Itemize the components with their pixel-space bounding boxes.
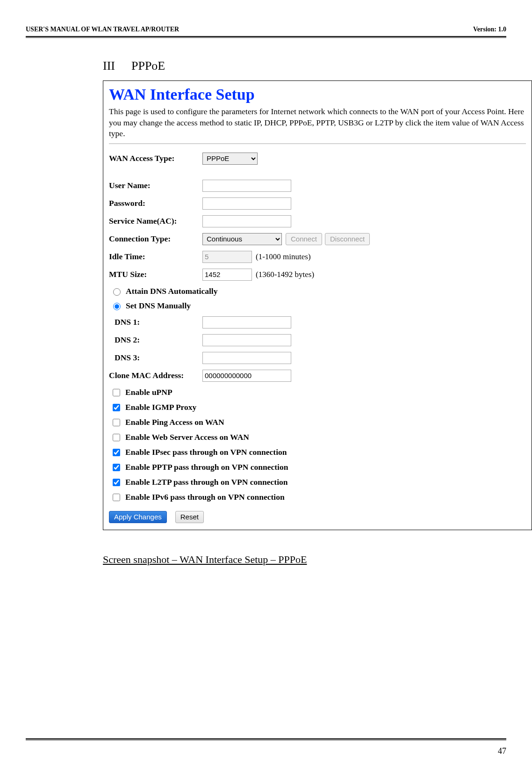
username-input[interactable] — [202, 180, 291, 192]
reset-button[interactable]: Reset — [175, 511, 204, 523]
section-numeral: III — [103, 59, 115, 73]
ping-wan-checkbox[interactable] — [113, 419, 120, 426]
connection-type-select[interactable]: Continuous — [202, 233, 282, 245]
ping-wan-label: Enable Ping Access on WAN — [125, 417, 224, 427]
connection-type-label: Connection Type: — [109, 234, 202, 244]
mtu-label: MTU Size: — [109, 270, 202, 279]
dns3-input[interactable] — [202, 352, 291, 364]
l2tp-checkbox[interactable] — [113, 479, 120, 486]
mtu-input[interactable] — [202, 269, 252, 281]
clone-mac-label: Clone MAC Address: — [109, 371, 202, 380]
dns1-input[interactable] — [202, 316, 291, 328]
ipv6-checkbox[interactable] — [113, 494, 120, 501]
connect-button[interactable]: Connect — [286, 233, 322, 245]
upnp-label: Enable uPNP — [125, 387, 173, 397]
l2tp-label: Enable L2TP pass through on VPN connecti… — [125, 477, 288, 487]
separator — [109, 143, 526, 144]
section-title: PPPoE — [131, 59, 165, 73]
ipv6-label: Enable IPv6 pass through on VPN connecti… — [125, 492, 285, 502]
page-number: 47 — [498, 746, 506, 756]
webserver-wan-label: Enable Web Server Access on WAN — [125, 432, 249, 442]
ipsec-label: Enable IPsec pass through on VPN connect… — [125, 447, 287, 457]
igmp-checkbox[interactable] — [113, 404, 120, 411]
webserver-wan-checkbox[interactable] — [113, 434, 120, 441]
wan-access-select[interactable]: PPPoE — [202, 153, 258, 165]
dns3-label: DNS 3: — [109, 353, 202, 363]
dns1-label: DNS 1: — [109, 317, 202, 327]
disconnect-button[interactable]: Disconnect — [325, 233, 370, 245]
service-name-input[interactable] — [202, 215, 291, 227]
dns-manual-label: Set DNS Manually — [126, 301, 191, 311]
password-input[interactable] — [202, 197, 291, 210]
idle-time-hint: (1-1000 minutes) — [256, 252, 311, 262]
username-label: User Name: — [109, 181, 202, 190]
dns2-input[interactable] — [202, 334, 291, 346]
idle-time-label: Idle Time: — [109, 252, 202, 262]
idle-time-input[interactable] — [202, 251, 252, 263]
wan-access-label: WAN Access Type: — [109, 153, 202, 163]
mtu-hint: (1360-1492 bytes) — [256, 270, 314, 279]
panel-title: WAN Interface Setup — [109, 86, 526, 103]
pptp-label: Enable PPTP pass through on VPN connecti… — [125, 462, 288, 472]
wan-setup-panel: WAN Interface Setup This page is used to… — [103, 80, 532, 530]
dns-auto-label: Attain DNS Automatically — [126, 286, 217, 296]
clone-mac-input[interactable] — [202, 370, 291, 382]
password-label: Password: — [109, 198, 202, 208]
screenshot-caption: Screen snapshot – WAN Interface Setup – … — [103, 554, 532, 566]
upnp-checkbox[interactable] — [113, 389, 120, 396]
pptp-checkbox[interactable] — [113, 464, 120, 471]
panel-description: This page is used to configure the param… — [109, 106, 526, 139]
doc-title: USER'S MANUAL OF WLAN TRAVEL AP/ROUTER — [26, 26, 179, 33]
header-rule — [26, 36, 506, 38]
footer-rule — [26, 738, 506, 740]
dns2-label: DNS 2: — [109, 335, 202, 345]
service-name-label: Service Name(AC): — [109, 216, 202, 226]
dns-manual-radio[interactable] — [113, 303, 121, 310]
igmp-label: Enable IGMP Proxy — [125, 402, 196, 412]
dns-auto-radio[interactable] — [113, 288, 121, 296]
apply-changes-button[interactable]: Apply Changes — [109, 511, 167, 523]
ipsec-checkbox[interactable] — [113, 449, 120, 456]
doc-version: Version: 1.0 — [473, 26, 506, 33]
